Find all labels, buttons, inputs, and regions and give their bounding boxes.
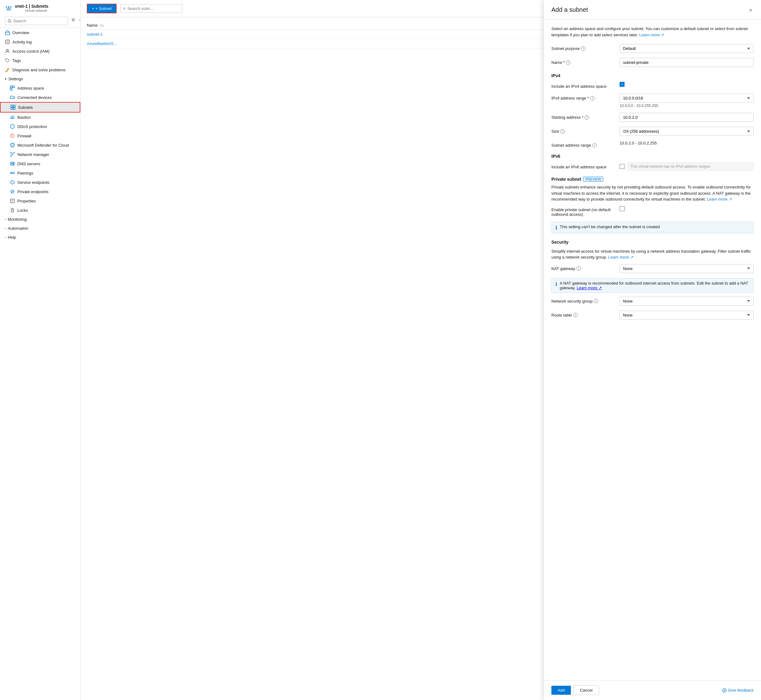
route-table-select[interactable]: None (620, 311, 753, 320)
ipv4-range-select[interactable]: 10.0.0.0/16 (620, 94, 753, 103)
sidebar-item-dns[interactable]: DNS servers (0, 159, 80, 168)
ipv4-checkbox[interactable]: ✓ (620, 82, 625, 87)
ipv4-range-row: IPv4 address range * i 10.0.0.0/16 10.0.… (551, 94, 753, 108)
subnet-1-link[interactable]: subnet-1 (87, 32, 103, 37)
devices-icon (10, 95, 15, 100)
sidebar-item-activity-log[interactable]: Activity log (0, 37, 80, 47)
cancel-button[interactable]: Cancel (573, 686, 599, 695)
starting-address-info-icon[interactable]: i (584, 115, 589, 120)
nat-info-text: A NAT gateway is recommended for outboun… (560, 281, 750, 290)
sidebar-item-overview[interactable]: Overview (0, 28, 80, 37)
sidebar-item-tags[interactable]: Tags (0, 56, 80, 65)
monitoring-group[interactable]: › Monitoring (0, 215, 80, 224)
nsg-select[interactable]: None (620, 297, 753, 306)
starting-address-input[interactable] (620, 113, 753, 122)
sidebar-item-diagnose[interactable]: Diagnose and solve problems (0, 65, 80, 74)
automation-group[interactable]: › Automation (0, 224, 80, 233)
sidebar-item-connected-devices[interactable]: Connected devices (0, 93, 80, 102)
dns-icon (10, 161, 15, 166)
monitoring-label: Monitoring (8, 217, 27, 222)
settings-group[interactable]: ▾ Settings (0, 74, 80, 83)
sidebar-item-firewall[interactable]: Firewall (0, 131, 80, 141)
sidebar-item-bastion[interactable]: Bastion (0, 112, 80, 122)
ipv6-disabled-text: This virtual network has no IPv6 address… (628, 162, 753, 170)
feedback-link[interactable]: Give feedback (722, 688, 753, 692)
subnet-purpose-info-icon[interactable]: i (581, 47, 586, 51)
sidebar-item-private-endpoints[interactable]: Private endpoints (0, 187, 80, 196)
name-field (620, 58, 753, 67)
svg-rect-3 (6, 40, 9, 44)
svg-line-39 (125, 9, 125, 9)
lock-icon (10, 208, 15, 212)
subnet-address-range-row: Subnet address range i 10.0.2.0 - 10.0.2… (551, 141, 753, 148)
network-icon (10, 152, 15, 157)
subnet-address-range-label: Subnet address range i (551, 141, 620, 148)
svg-point-27 (13, 162, 14, 163)
external-link-icon: ↗ (661, 33, 664, 37)
azure-bastion-link[interactable]: AzureBastionS... (87, 41, 117, 46)
sidebar-item-iam[interactable]: Access control (IAM) (0, 47, 80, 56)
subnet-range-info-icon[interactable]: i (592, 143, 597, 148)
starting-address-field (620, 113, 753, 122)
svg-point-29 (11, 172, 12, 174)
shield-icon (10, 124, 15, 129)
subnets-search-input[interactable] (127, 6, 180, 11)
ipv4-range-info-icon[interactable]: i (590, 96, 595, 100)
nat-gateway-select[interactable]: None (620, 264, 753, 273)
defender-icon (10, 142, 15, 148)
svg-rect-14 (11, 108, 13, 109)
svg-line-23 (13, 153, 14, 154)
sidebar-item-subnets[interactable]: Subnets (0, 102, 80, 112)
nat-info-box: ℹ A NAT gateway is recommended for outbo… (551, 278, 753, 293)
info-icon-1: ℹ (555, 225, 557, 231)
sidebar-item-ddos[interactable]: DDoS protection (0, 122, 80, 131)
svg-point-6 (6, 49, 8, 51)
sidebar-item-service-endpoints[interactable]: Service endpoints (0, 178, 80, 187)
plus-icon: + (92, 6, 94, 11)
collapse-button[interactable]: « (78, 17, 81, 23)
security-desc: Simplify internet access for virtual mac… (551, 248, 753, 260)
sidebar-label: Access control (IAM) (13, 49, 50, 54)
sidebar-item-properties[interactable]: Properties (0, 196, 80, 206)
enable-private-checkbox[interactable] (620, 206, 625, 211)
svg-marker-32 (11, 180, 14, 184)
ipv4-checkbox-row: Include an IPv4 address space ✓ (551, 82, 753, 89)
svg-line-24 (11, 155, 12, 156)
endpoint-icon (10, 180, 15, 185)
sidebar-item-address-space[interactable]: Address space (0, 83, 80, 93)
sidebar-item-locks[interactable]: Locks (0, 206, 80, 215)
add-subnet-button[interactable]: + + Subnet (87, 4, 117, 13)
settings-label: Settings (8, 77, 23, 81)
sidebar-item-peerings[interactable]: Peerings (0, 168, 80, 178)
name-input[interactable] (620, 58, 753, 67)
subnet-purpose-select[interactable]: Default Virtual Network Gateway Azure Ba… (620, 44, 753, 53)
learn-more-link-1[interactable]: Learn more ↗ (639, 33, 664, 37)
sidebar-item-network-manager[interactable]: Network manager (0, 150, 80, 159)
sidebar-label: Properties (17, 199, 36, 203)
ipv6-checkbox-label: Include an IPv6 address space (551, 162, 620, 169)
ipv6-checkbox-field: This virtual network has no IPv6 address… (620, 162, 753, 170)
add-button[interactable]: Add (551, 686, 571, 695)
route-table-info-icon[interactable]: i (573, 313, 578, 317)
ipv4-range-sub: 10.0.0.0 - 10.0.255.255 (620, 103, 753, 108)
nat-learn-more-link[interactable]: Learn more ↗ (577, 286, 602, 290)
sidebar-item-defender[interactable]: Microsoft Defender for Cloud (0, 141, 80, 150)
sidebar-search-input[interactable] (13, 19, 66, 23)
svg-point-21 (10, 155, 11, 156)
private-subnet-learn-more-link[interactable]: Learn more ↗ (707, 197, 732, 202)
name-info-icon[interactable]: i (566, 61, 570, 65)
size-info-icon[interactable]: i (561, 129, 565, 134)
svg-point-0 (8, 20, 11, 22)
sidebar-label: Connected devices (17, 95, 52, 100)
security-learn-more-link[interactable]: Learn more ↗ (608, 255, 634, 259)
size-select[interactable]: /24 (256 addresses) /25 (128 addresses) … (620, 127, 753, 136)
panel-description: Select an address space and configure yo… (551, 26, 753, 38)
ipv6-checkbox[interactable] (620, 164, 625, 169)
svg-rect-37 (11, 210, 14, 212)
close-panel-button[interactable]: × (748, 6, 753, 14)
nat-gateway-info-icon[interactable]: i (576, 266, 581, 270)
filter-button[interactable]: ⚙ (71, 17, 76, 23)
bastion-icon (10, 115, 15, 120)
help-group[interactable]: › Help (0, 233, 80, 242)
nsg-info-icon[interactable]: i (594, 299, 598, 303)
